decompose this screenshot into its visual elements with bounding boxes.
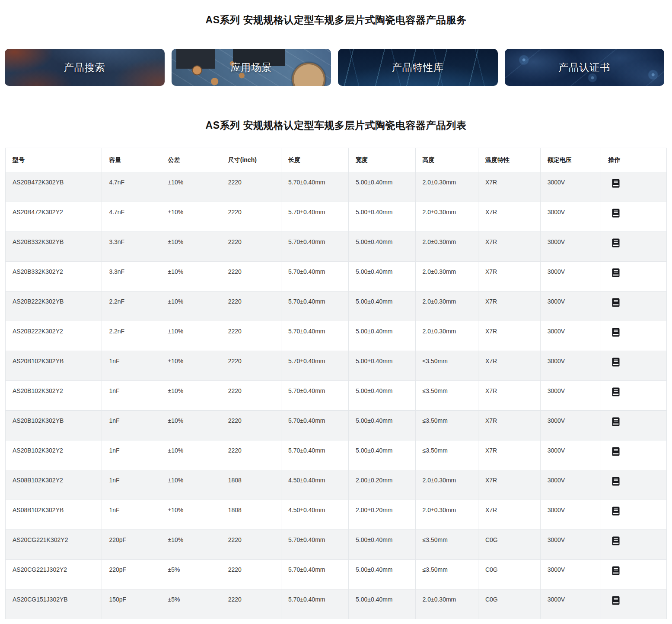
banner-application-scenarios-label: 应用场景 (230, 61, 272, 74)
cell-size-inch: 2220 (221, 351, 281, 381)
cell-temp-characteristic: X7R (478, 172, 540, 202)
cell-model: AS20CG221K302Y2 (6, 530, 102, 560)
cell-model: AS08B102K302Y2 (6, 470, 102, 500)
cell-capacitance: 1nF (102, 440, 161, 470)
column-header: 操作 (601, 148, 667, 172)
book-icon (611, 238, 620, 247)
book-icon (611, 507, 620, 516)
cell-tolerance: ±10% (161, 381, 221, 411)
view-datasheet-button[interactable] (611, 507, 620, 516)
book-icon (611, 417, 620, 426)
cell-tolerance: ±10% (161, 470, 221, 500)
cell-rated-voltage: 3000V (540, 470, 601, 500)
table-row: AS20B102K302Y21nF±10%22205.70±0.40mm5.00… (6, 440, 667, 470)
view-datasheet-button[interactable] (611, 328, 620, 337)
table-row: AS08B102K302Y21nF±10%18084.50±0.40mm2.00… (6, 470, 667, 500)
cell-actions (601, 232, 667, 262)
cell-length: 5.70±0.40mm (281, 351, 348, 381)
view-datasheet-button[interactable] (611, 596, 620, 605)
cell-model: AS20B472K302YB (6, 172, 102, 202)
cell-width: 5.00±0.40mm (349, 381, 416, 411)
cell-actions (601, 202, 667, 232)
cell-length: 5.70±0.40mm (281, 321, 348, 351)
view-datasheet-button[interactable] (611, 238, 620, 247)
book-icon (611, 209, 620, 218)
cell-tolerance: ±5% (161, 560, 221, 589)
view-datasheet-button[interactable] (611, 566, 620, 575)
column-header: 尺寸(inch) (221, 148, 281, 172)
cell-width: 5.00±0.40mm (349, 232, 416, 262)
view-datasheet-button[interactable] (611, 387, 620, 396)
cell-temp-characteristic: X7R (478, 202, 540, 232)
cell-size-inch: 1808 (221, 470, 281, 500)
cell-model: AS20B102K302Y2 (6, 381, 102, 411)
cell-length: 5.70±0.40mm (281, 440, 348, 470)
cell-actions (601, 530, 667, 560)
cell-height: 2.0±0.30mm (415, 291, 478, 321)
cell-capacitance: 1nF (102, 381, 161, 411)
column-header: 高度 (415, 148, 478, 172)
cell-temp-characteristic: X7R (478, 411, 540, 440)
page-title: AS系列 安规规格认定型车规多层片式陶瓷电容器产品服务 (0, 0, 672, 27)
banner-application-scenarios[interactable]: 应用场景 (172, 49, 331, 86)
banner-product-search[interactable]: 产品搜索 (5, 49, 165, 86)
view-datasheet-button[interactable] (611, 358, 620, 367)
book-icon (611, 268, 620, 277)
cell-length: 5.70±0.40mm (281, 232, 348, 262)
cell-width: 5.00±0.40mm (349, 530, 416, 560)
view-datasheet-button[interactable] (611, 298, 620, 307)
cell-actions (601, 470, 667, 500)
cell-size-inch: 2220 (221, 589, 281, 619)
book-icon (611, 536, 620, 545)
view-datasheet-button[interactable] (611, 536, 620, 545)
banner-product-characteristics-library[interactable]: 产品特性库 (338, 49, 498, 86)
view-datasheet-button[interactable] (611, 417, 620, 426)
cell-height: ≤3.50mm (415, 440, 478, 470)
cell-height: ≤3.50mm (415, 530, 478, 560)
cell-length: 5.70±0.40mm (281, 411, 348, 440)
cell-width: 5.00±0.40mm (349, 321, 416, 351)
cell-size-inch: 2220 (221, 202, 281, 232)
cell-height: ≤3.50mm (415, 411, 478, 440)
cell-height: ≤3.50mm (415, 560, 478, 589)
cell-rated-voltage: 3000V (540, 262, 601, 291)
product-table-body: AS20B472K302YB4.7nF±10%22205.70±0.40mm5.… (6, 172, 667, 619)
cell-temp-characteristic: C0G (478, 530, 540, 560)
cell-model: AS20B332K302Y2 (6, 262, 102, 291)
book-icon (611, 477, 620, 486)
cell-length: 5.70±0.40mm (281, 172, 348, 202)
view-datasheet-button[interactable] (611, 477, 620, 486)
cell-capacitance: 150pF (102, 589, 161, 619)
cell-model: AS20B102K302YB (6, 411, 102, 440)
product-table: 型号容量公差尺寸(inch)长度宽度高度温度特性额定电压操作 AS20B472K… (5, 148, 667, 619)
view-datasheet-button[interactable] (611, 447, 620, 456)
cell-actions (601, 560, 667, 589)
table-row: AS20B332K302YB3.3nF±10%22205.70±0.40mm5.… (6, 232, 667, 262)
cell-model: AS20B222K302Y2 (6, 321, 102, 351)
banner-product-certificates[interactable]: 产品认证书 (505, 49, 665, 86)
cell-actions (601, 321, 667, 351)
cell-size-inch: 2220 (221, 381, 281, 411)
cell-capacitance: 1nF (102, 470, 161, 500)
table-row: AS20CG151J302YB150pF±5%22205.70±0.40mm5.… (6, 589, 667, 619)
cell-length: 4.50±0.40mm (281, 500, 348, 530)
column-header: 长度 (281, 148, 348, 172)
cell-height: 2.0±0.30mm (415, 262, 478, 291)
banner-strip: 产品搜索 应用场景 产品特性库 产品认证书 (5, 49, 664, 86)
view-datasheet-button[interactable] (611, 209, 620, 218)
cell-width: 2.00±0.20mm (349, 470, 416, 500)
view-datasheet-button[interactable] (611, 179, 620, 188)
cell-height: 2.0±0.30mm (415, 500, 478, 530)
cell-rated-voltage: 3000V (540, 411, 601, 440)
cell-temp-characteristic: C0G (478, 560, 540, 589)
cell-capacitance: 4.7nF (102, 202, 161, 232)
cell-model: AS20B102K302YB (6, 351, 102, 381)
cell-temp-characteristic: X7R (478, 351, 540, 381)
cell-capacitance: 1nF (102, 351, 161, 381)
cell-size-inch: 2220 (221, 440, 281, 470)
cell-width: 5.00±0.40mm (349, 291, 416, 321)
product-table-container: 型号容量公差尺寸(inch)长度宽度高度温度特性额定电压操作 AS20B472K… (5, 148, 667, 619)
view-datasheet-button[interactable] (611, 268, 620, 277)
cell-capacitance: 1nF (102, 411, 161, 440)
cell-rated-voltage: 3000V (540, 589, 601, 619)
